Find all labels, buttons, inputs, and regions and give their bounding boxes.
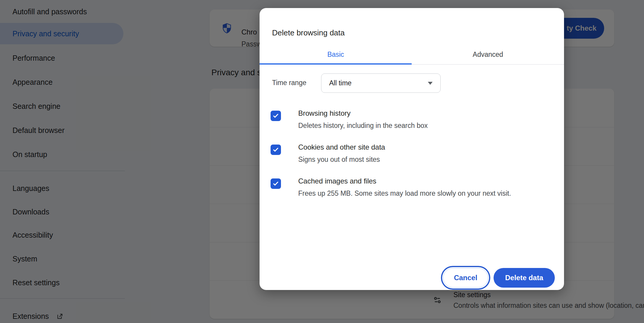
active-tab-indicator (260, 63, 412, 65)
checkbox-row-cached-images: Cached images and files Frees up 255 MB.… (260, 175, 564, 208)
cached-images-checkbox[interactable] (271, 178, 281, 189)
checkbox-row-cookies: Cookies and other site data Signs you ou… (260, 141, 564, 174)
checkbox-row-browsing-history: Browsing history Deletes history, includ… (260, 107, 564, 140)
checkbox-title: Browsing history (298, 107, 351, 119)
browsing-history-checkbox[interactable] (271, 111, 281, 121)
delete-browsing-data-dialog: Delete browsing data Basic Advanced Time… (260, 8, 564, 290)
checkbox-title: Cached images and files (298, 175, 376, 187)
delete-data-button[interactable]: Delete data (494, 268, 555, 288)
checkmark-icon (272, 180, 279, 187)
tab-basic[interactable]: Basic (260, 45, 412, 64)
checkbox-subtitle: Frees up 255 MB. Some sites may load mor… (298, 187, 511, 199)
tab-advanced[interactable]: Advanced (412, 45, 564, 64)
checkmark-icon (272, 112, 279, 120)
cancel-button[interactable]: Cancel (443, 268, 488, 288)
time-range-label: Time range (272, 79, 306, 87)
dialog-title: Delete browsing data (272, 28, 345, 37)
time-range-select[interactable]: All time (321, 73, 441, 93)
checkbox-subtitle: Signs you out of most sites (298, 153, 380, 165)
time-range-value: All time (329, 79, 351, 87)
cookies-checkbox[interactable] (271, 145, 281, 155)
checkbox-subtitle: Deletes history, including in the search… (298, 120, 428, 131)
chevron-down-icon (428, 82, 433, 85)
checkbox-title: Cookies and other site data (298, 141, 385, 153)
checkmark-icon (272, 146, 279, 153)
